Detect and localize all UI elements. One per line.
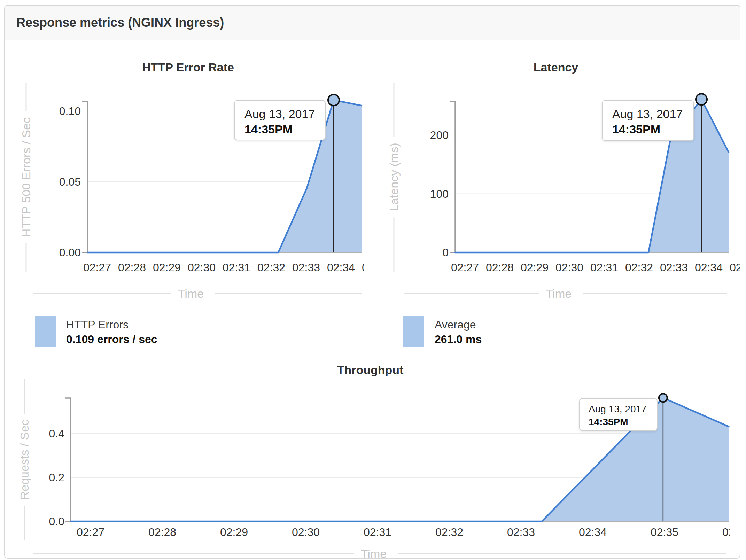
legend-swatch-icon	[403, 316, 424, 347]
x-tick-label: 02:33	[507, 526, 535, 538]
x-tick-label: 02:34	[327, 261, 355, 274]
tooltip-time: 14:35PM	[612, 122, 693, 137]
http-error-rate-chart[interactable]: HTTP Error Rate02:2702:2802:2902:3002:31…	[0, 40, 364, 312]
peak-marker-icon	[659, 394, 667, 402]
x-tick-label: 02:32	[435, 526, 463, 538]
x-tick-label: 02:35	[730, 261, 740, 274]
x-tick-label: 02:27	[77, 526, 104, 538]
y-axis-title: Latency (ms)	[387, 143, 401, 211]
legend-http-errors: HTTP Errors 0.109 errors / sec	[35, 316, 157, 347]
tooltip-http-error-rate: Aug 13, 2017 14:35PM	[234, 100, 326, 140]
tooltip-date: Aug 13, 2017	[612, 106, 693, 122]
legend-swatch-icon	[35, 316, 56, 347]
legend-label: Average	[435, 317, 482, 332]
y-axis-line	[65, 398, 71, 521]
legend-value: 261.0 ms	[435, 332, 482, 347]
tooltip-date: Aug 13, 2017	[244, 106, 325, 122]
x-tick-label: 02:34	[695, 261, 723, 274]
peak-marker-icon	[696, 94, 707, 105]
x-tick-label: 02:30	[292, 526, 320, 538]
peak-marker-icon	[328, 94, 339, 106]
x-tick-label: 02:35	[362, 261, 364, 274]
y-axis-title: HTTP 500 Errors / Sec	[20, 117, 33, 237]
x-tick-label: 02:29	[220, 526, 248, 538]
y-tick-label: 0.05	[59, 176, 81, 188]
x-tick-label: 02:30	[188, 261, 216, 274]
latency-chart[interactable]: Latency02:2702:2802:2902:3002:3102:3202:…	[378, 40, 740, 312]
y-tick-label: 0.10	[59, 105, 81, 117]
tooltip-latency: Aug 13, 2017 14:35PM	[602, 100, 694, 141]
x-tick-label: 02:32	[257, 261, 285, 274]
tooltip-date: Aug 13, 2017	[589, 403, 657, 415]
x-tick-label: 02:31	[590, 261, 618, 274]
chart-title: Throughput	[337, 363, 404, 376]
y-tick-label: 100	[430, 188, 449, 200]
y-tick-label: 200	[430, 129, 449, 141]
y-axis-line	[82, 102, 87, 252]
x-axis-title: Time	[361, 547, 387, 559]
panel-header: Response metrics (NGINX Ingress)	[5, 6, 740, 40]
page-title: Response metrics (NGINX Ingress)	[16, 15, 224, 30]
y-tick-label: 0.4	[49, 427, 64, 440]
x-tick-label: 02:27	[83, 261, 111, 274]
y-tick-label: 0.0	[49, 515, 64, 528]
x-tick-label: 02:27	[451, 261, 479, 274]
chart-title: Latency	[534, 61, 578, 74]
x-axis-title: Time	[178, 287, 204, 300]
y-axis-title: Requests / Sec	[18, 420, 31, 500]
x-tick-label: 02:31	[223, 261, 250, 274]
x-axis-title: Time	[546, 287, 572, 300]
x-tick-label: 02:32	[625, 261, 653, 274]
throughput-chart[interactable]: Throughput02:2702:2802:2902:3002:3102:32…	[0, 355, 730, 559]
x-tick-label: 02:28	[148, 526, 176, 538]
x-tick-label: 02:31	[364, 526, 391, 538]
y-tick-label: 0	[442, 246, 449, 259]
y-axis-line	[450, 102, 455, 252]
x-tick-label: 02:36	[722, 526, 730, 538]
x-tick-label: 02:29	[153, 261, 181, 274]
tooltip-time: 14:35PM	[589, 415, 657, 428]
x-tick-label: 02:35	[651, 526, 678, 538]
x-tick-label: 02:30	[555, 261, 583, 274]
legend-average-latency: Average 261.0 ms	[403, 316, 482, 347]
legend-label: HTTP Errors	[66, 317, 157, 332]
legend-value: 0.109 errors / sec	[66, 332, 157, 347]
x-tick-label: 02:28	[118, 261, 146, 274]
x-tick-label: 02:28	[486, 261, 514, 274]
y-tick-label: 0.00	[59, 246, 81, 259]
x-tick-label: 02:29	[521, 261, 549, 274]
tooltip-throughput: Aug 13, 2017 14:35PM	[579, 398, 658, 431]
x-tick-label: 02:33	[660, 261, 688, 274]
x-tick-label: 02:34	[579, 526, 607, 538]
x-tick-label: 02:33	[292, 261, 320, 274]
tooltip-time: 14:35PM	[244, 122, 325, 137]
chart-title: HTTP Error Rate	[142, 61, 234, 74]
y-tick-label: 0.2	[49, 471, 64, 484]
